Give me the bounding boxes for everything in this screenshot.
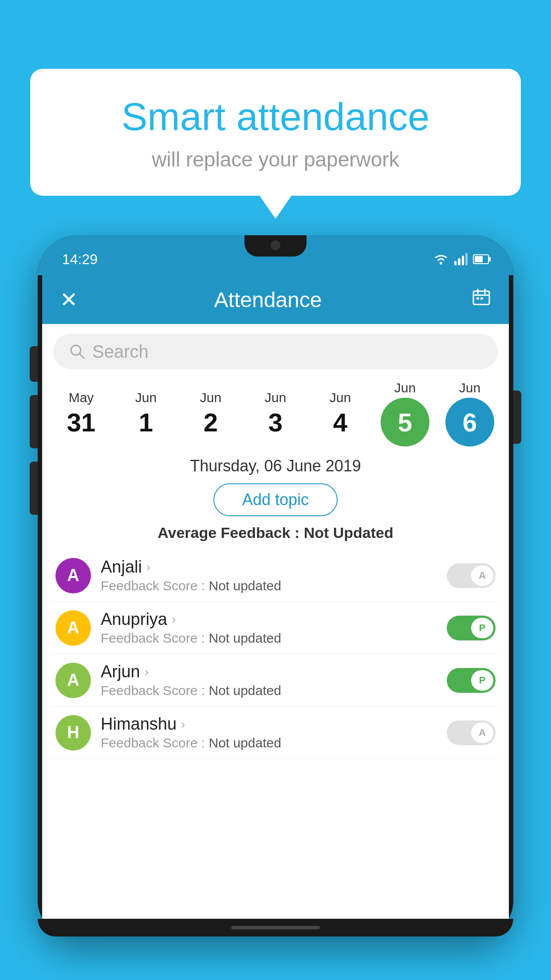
status-time: 14:29 <box>62 251 98 268</box>
chevron-right-icon: › <box>145 665 149 679</box>
date-day-number: 4 <box>333 407 347 437</box>
silent-button <box>30 462 38 515</box>
date-day-number: 2 <box>204 407 218 437</box>
student-info: Arjun ›Feedback Score : Not updated <box>101 662 447 698</box>
attendance-toggle[interactable]: A <box>447 563 496 588</box>
search-bar[interactable]: Search <box>53 334 498 369</box>
student-name: Anjali › <box>101 557 447 577</box>
chevron-right-icon: › <box>172 612 176 627</box>
volume-down-button <box>30 395 38 448</box>
add-topic-button[interactable]: Add topic <box>213 483 338 516</box>
chevron-right-icon: › <box>181 717 185 731</box>
date-column[interactable]: Jun5 <box>378 380 432 447</box>
date-day-number: 1 <box>139 407 153 437</box>
student-row[interactable]: AAnjali ›Feedback Score : Not updatedA <box>51 549 500 602</box>
attendance-toggle[interactable]: P <box>447 668 496 693</box>
student-info: Anupriya ›Feedback Score : Not updated <box>101 610 447 646</box>
date-column[interactable]: May31 <box>55 390 108 437</box>
date-month-label: Jun <box>135 390 157 405</box>
svg-rect-6 <box>480 297 483 300</box>
student-avatar: A <box>55 610 91 646</box>
selected-date: Thursday, 06 June 2019 <box>42 457 509 475</box>
app-title: Attendance <box>91 288 445 312</box>
student-info: Himanshu ›Feedback Score : Not updated <box>101 715 447 751</box>
date-month-label: Jun <box>459 380 480 395</box>
status-bar: 14:29 <box>38 235 513 275</box>
student-name: Anupriya › <box>101 610 447 629</box>
toggle-knob: A <box>471 565 493 586</box>
date-month-label: Jun <box>265 390 286 405</box>
avg-feedback-label: Average Feedback : <box>157 524 303 541</box>
search-placeholder: Search <box>92 342 149 362</box>
feedback-score: Feedback Score : Not updated <box>101 683 447 698</box>
avg-feedback: Average Feedback : Not Updated <box>42 524 509 541</box>
volume-up-button <box>30 346 38 382</box>
toggle-knob: P <box>471 670 493 691</box>
date-month-label: Jun <box>330 390 351 405</box>
student-avatar: H <box>55 715 91 751</box>
camera <box>271 241 280 250</box>
svg-point-0 <box>440 262 442 265</box>
chevron-right-icon: › <box>146 560 150 574</box>
attendance-toggle[interactable]: P <box>447 616 496 640</box>
date-column[interactable]: Jun4 <box>314 390 367 437</box>
date-day-number: 31 <box>67 407 96 437</box>
date-month-label: Jun <box>394 380 416 395</box>
phone-outer: 14:29 <box>38 235 513 937</box>
feedback-score: Feedback Score : Not updated <box>101 631 447 646</box>
student-avatar: A <box>55 558 91 593</box>
search-icon <box>69 343 86 360</box>
student-list: AAnjali ›Feedback Score : Not updatedAAA… <box>42 549 509 759</box>
date-day-number: 5 <box>398 407 412 437</box>
power-button <box>513 391 521 444</box>
close-button[interactable]: ✕ <box>60 287 78 312</box>
student-avatar: A <box>55 663 91 698</box>
bubble-subtitle: will replace your paperwork <box>52 147 499 171</box>
wifi-icon <box>433 253 449 265</box>
date-column[interactable]: Jun2 <box>184 390 237 437</box>
toggle-knob: A <box>471 723 493 743</box>
svg-line-8 <box>79 354 84 358</box>
feedback-score: Feedback Score : Not updated <box>101 578 447 593</box>
feedback-score: Feedback Score : Not updated <box>101 735 447 751</box>
date-column[interactable]: Jun1 <box>119 390 173 437</box>
speech-bubble-container: Smart attendance will replace your paper… <box>30 69 521 196</box>
student-row[interactable]: AArjun ›Feedback Score : Not updatedP <box>51 654 500 707</box>
date-column[interactable]: Jun6 <box>443 380 496 447</box>
speech-bubble: Smart attendance will replace your paper… <box>30 69 521 196</box>
home-indicator <box>231 926 320 929</box>
notch <box>244 235 307 257</box>
bubble-title: Smart attendance <box>52 95 499 138</box>
student-row[interactable]: AAnupriya ›Feedback Score : Not updatedP <box>51 602 500 654</box>
svg-rect-5 <box>476 297 479 300</box>
avg-feedback-value: Not Updated <box>304 524 394 541</box>
phone-bottom <box>38 919 513 937</box>
student-name: Arjun › <box>101 662 447 681</box>
student-info: Anjali ›Feedback Score : Not updated <box>101 557 447 593</box>
date-month-label: May <box>69 390 94 405</box>
date-day-number: 6 <box>463 407 477 437</box>
battery-icon <box>473 254 489 264</box>
date-month-label: Jun <box>200 390 221 405</box>
status-icons <box>433 253 489 265</box>
date-column[interactable]: Jun3 <box>249 390 302 437</box>
calendar-icon[interactable] <box>472 288 491 312</box>
date-day-number: 3 <box>268 407 283 437</box>
student-row[interactable]: HHimanshu ›Feedback Score : Not updatedA <box>51 707 500 759</box>
phone-screen: ✕ Attendance <box>42 275 509 919</box>
date-strip: May31Jun1Jun2Jun3Jun4Jun5Jun6 <box>42 374 509 449</box>
student-name: Himanshu › <box>101 715 447 734</box>
battery-fill <box>475 256 483 262</box>
phone-mockup: 14:29 <box>38 235 513 980</box>
app-header: ✕ Attendance <box>42 275 509 324</box>
toggle-knob: P <box>471 618 493 638</box>
attendance-toggle[interactable]: A <box>447 720 496 745</box>
signal-icon <box>454 253 468 265</box>
